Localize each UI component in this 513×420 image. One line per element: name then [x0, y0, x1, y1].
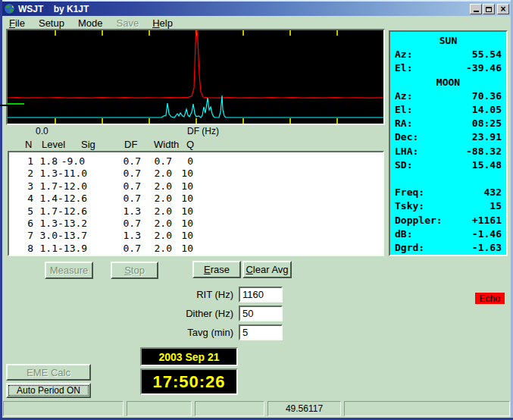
menu-save: Save [109, 17, 145, 30]
status-bar: 49.56117 [2, 400, 511, 418]
astro-value: 55.54 [472, 48, 502, 61]
table-cell: 7 [9, 230, 33, 242]
astro-rows: SUNAz:55.54El:-39.46MOONAz:70.36El:14.05… [395, 34, 502, 255]
minimize-button[interactable] [470, 4, 482, 14]
table-row[interactable]: 51.7-12.61.32.010 [9, 205, 383, 218]
astro-value: 432 [484, 186, 502, 199]
table-row[interactable]: 41.4-12.60.72.010 [9, 193, 383, 205]
table-cell: 10 [172, 243, 193, 255]
statusbar-panel-1 [3, 401, 124, 416]
astro-row-ra: RA:08:25 [395, 117, 502, 130]
table-cell: 10 [172, 168, 193, 180]
stop-button[interactable]: Stop [111, 262, 158, 279]
astro-row-sd: SD:15.48 [395, 158, 502, 172]
table-row[interactable]: 73.0-13.71.32.010 [9, 230, 383, 242]
table-cell: 2.0 [141, 205, 172, 218]
menu-help[interactable]: Help [145, 17, 180, 30]
tavg-input[interactable] [239, 324, 283, 340]
table-cell: 2.0 [141, 193, 172, 205]
column-header-n: N [25, 139, 32, 150]
table-cell: 0.7 [85, 155, 141, 168]
table-cell: 6 [9, 218, 33, 230]
time-display: 17:50:26 [140, 368, 238, 395]
eme-calc-button[interactable]: EME Calc [6, 364, 91, 381]
app-globe-icon [4, 3, 15, 14]
table-cell: 10 [172, 230, 193, 242]
astro-spacer [395, 172, 502, 186]
astro-value: 15 [490, 199, 502, 213]
statusbar-panel-3 [195, 401, 264, 416]
column-header-level: Level [42, 139, 65, 150]
table-cell: 10 [172, 205, 193, 218]
table-row[interactable]: 31.7-12.00.72.010 [9, 180, 383, 193]
astro-row-az: Az:70.36 [395, 89, 502, 103]
menu-file[interactable]: File [2, 17, 32, 30]
statusbar-panel-4: 49.56117 [267, 401, 341, 416]
column-header-width: Width [154, 139, 179, 150]
menu-bar: FileSetupModeSaveHelp [2, 17, 511, 30]
close-button[interactable]: × [497, 4, 509, 14]
astro-row-tsky: Tsky:15 [395, 199, 502, 213]
astro-value: 70.36 [472, 89, 502, 103]
astro-label: LHA: [395, 145, 418, 158]
echo-mode-badge: Echo [475, 293, 505, 304]
dither-field-row: Dither (Hz) [152, 306, 513, 321]
axis-zero-label: 0.0 [36, 126, 48, 136]
tavg-field-row: Tavg (min) [152, 324, 513, 340]
table-cell: 2 [9, 168, 33, 180]
table-cell: 10 [172, 218, 193, 230]
clear-avg-button[interactable]: Clear Avg [242, 261, 292, 278]
astro-row-el: El:-39.46 [395, 61, 502, 75]
dither-input[interactable] [239, 306, 283, 321]
table-row[interactable]: 61.3-13.20.72.010 [9, 218, 383, 230]
table-cell: 1.8 [33, 155, 58, 168]
astro-value: 14.05 [472, 103, 502, 117]
table-row[interactable]: 11.8-9.00.70.70 [9, 155, 383, 168]
current-trace [8, 96, 383, 118]
menu-mode[interactable]: Mode [71, 17, 110, 30]
rit-label: RIT (Hz) [142, 289, 233, 300]
table-cell: 1.3 [33, 168, 58, 180]
title-bar[interactable]: WSJT by K1JT × [2, 2, 511, 16]
table-cell: 3 [9, 180, 33, 193]
astro-label: Doppler: [395, 214, 443, 227]
astro-row-el: El:14.05 [395, 103, 502, 117]
average-trace [8, 30, 383, 98]
astro-value: 23.91 [472, 130, 502, 144]
rit-input[interactable] [239, 287, 283, 302]
table-cell: 0.7 [85, 168, 141, 180]
erase-button[interactable]: Erase [192, 261, 241, 278]
astro-value: +1161 [472, 214, 502, 227]
maximize-button[interactable] [483, 4, 495, 14]
menu-setup[interactable]: Setup [32, 17, 71, 30]
table-row[interactable]: 81.1-13.90.72.010 [9, 243, 383, 255]
table-cell: 1.3 [85, 230, 141, 242]
table-cell: 1.1 [33, 243, 58, 255]
signal-table[interactable]: 11.8-9.00.70.7021.3-11.00.72.01031.7-12.… [8, 151, 384, 256]
tavg-label: Tavg (min) [142, 327, 233, 338]
astro-value: -88.32 [466, 145, 502, 158]
table-cell: 8 [9, 243, 33, 255]
table-cell: -9.0 [58, 155, 85, 168]
table-cell: 2.0 [141, 243, 172, 255]
table-cell: -12.0 [58, 180, 85, 193]
astro-label: Dgrd: [395, 241, 424, 255]
table-row[interactable]: 21.3-11.00.72.010 [9, 168, 383, 180]
astro-row-lha: LHA:-88.32 [395, 145, 502, 158]
measure-button[interactable]: Measure [45, 262, 93, 279]
astro-label: El: [395, 103, 412, 117]
astro-value: 08:25 [472, 117, 502, 130]
table-cell: 2.0 [141, 168, 172, 180]
astro-value: -1.46 [472, 227, 502, 241]
spectrum-plot[interactable] [6, 29, 385, 125]
astro-label: RA: [395, 117, 412, 130]
window-frame-left [0, 0, 2, 420]
table-cell: 1.3 [33, 218, 58, 230]
dither-label: Dither (Hz) [142, 308, 233, 319]
astro-row-dec: Dec:23.91 [395, 130, 502, 144]
signal-table-headers: NLevelSigDFWidthQ [0, 139, 385, 149]
table-cell: 0.7 [85, 193, 141, 205]
auto-period-button[interactable]: Auto Period ON [6, 383, 91, 398]
rit-field-row: RIT (Hz) [152, 287, 513, 302]
wsjt-window: WSJT by K1JT × FileSetupModeSaveHelp [0, 0, 513, 420]
